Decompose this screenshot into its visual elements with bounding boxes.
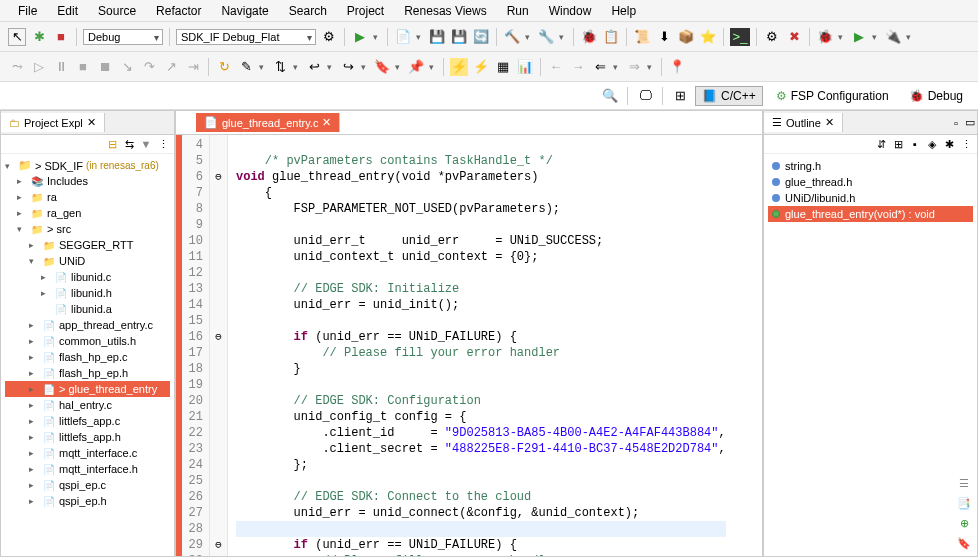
restart-icon[interactable]: ↻ [215,58,233,76]
sort-icon[interactable]: ⇵ [874,137,888,151]
disconnect-icon[interactable]: ⏹ [96,58,114,76]
code-editor[interactable]: 4567891011121314151617181920212223242526… [176,135,762,556]
back2-icon[interactable]: ← [547,58,565,76]
min-icon[interactable]: ▫ [949,116,963,130]
outline-list[interactable]: string.hglue_thread.hUNiD/libunid.hglue_… [764,154,977,226]
flash1-icon[interactable]: ⚡ [450,58,468,76]
mem-icon[interactable]: ▦ [494,58,512,76]
tree-item[interactable]: ▸📚Includes [5,173,170,189]
perspective-debug[interactable]: 🐞Debug [902,86,970,106]
tree-item[interactable]: ▾📁UNiD [5,253,170,269]
bookmark-icon[interactable]: 🔖 [373,58,391,76]
fwd2-icon[interactable]: → [569,58,587,76]
menu-help[interactable]: Help [601,2,646,19]
terminal-icon[interactable]: >_ [730,28,750,46]
stop-icon[interactable]: ■ [52,28,70,46]
script-icon[interactable]: 📜 [633,28,651,46]
ext-icon[interactable]: 🔌 [884,28,902,46]
menu-window[interactable]: Window [539,2,602,19]
opt-icon[interactable]: ✱ [942,137,956,151]
stop2-icon[interactable]: ■ [74,58,92,76]
tree-item[interactable]: ▸📄hal_entry.c [5,397,170,413]
console-icon[interactable]: 🖵 [636,87,654,105]
link-icon[interactable]: ⇆ [122,137,136,151]
refresh-icon[interactable]: 🔄 [472,28,490,46]
tree-item[interactable]: ▸📁SEGGER_RTT [5,237,170,253]
sort-icon[interactable]: ⇅ [271,58,289,76]
menu-edit[interactable]: Edit [47,2,88,19]
tree-item[interactable]: ▸📄littlefs_app.c [5,413,170,429]
menu2-icon[interactable]: ⋮ [959,137,973,151]
back3-icon[interactable]: ⇐ [591,58,609,76]
fwd3-icon[interactable]: ⇒ [625,58,643,76]
close-icon[interactable]: ✕ [322,116,331,129]
outline-item[interactable]: string.h [768,158,973,174]
side-icon-4[interactable]: 🔖 [957,536,971,550]
tree-item[interactable]: ▸📄libunid.c [5,269,170,285]
tree-item[interactable]: ▸📄libunid.h [5,285,170,301]
menu-refactor[interactable]: Refactor [146,2,211,19]
menu-project[interactable]: Project [337,2,394,19]
tree-item[interactable]: ▸📁ra_gen [5,205,170,221]
gear-icon[interactable]: ⚙ [320,28,338,46]
menu-icon[interactable]: ⋮ [156,137,170,151]
stepover-icon[interactable]: ↷ [140,58,158,76]
prev-icon[interactable]: ↩ [305,58,323,76]
side-icon-1[interactable]: ☰ [957,476,971,490]
tool-icon[interactable]: ✖ [785,28,803,46]
pin-icon[interactable]: 📍 [668,58,686,76]
outline-item[interactable]: glue_thread.h [768,174,973,190]
editor-tab[interactable]: 📄 glue_thread_entry.c ✕ [196,113,340,132]
collapse-icon[interactable]: ⊟ [105,137,119,151]
tree-item[interactable]: ▸📄common_utils.h [5,333,170,349]
perspective-fsp[interactable]: ⚙FSP Configuration [769,86,896,106]
wrench-icon[interactable]: 🔧 [537,28,555,46]
tree-item[interactable]: ▸📄flash_hp_ep.h [5,365,170,381]
project-tree[interactable]: ▾📁 > SDK_IF (in renesas_ra6) ▸📚Includes▸… [1,154,174,513]
launch-combo[interactable]: SDK_IF Debug_Flat [176,29,316,45]
side-icon-3[interactable]: ⊕ [957,516,971,530]
download-icon[interactable]: ⬇ [655,28,673,46]
outline-tab[interactable]: ☰ Outline ✕ [764,113,843,132]
next-icon[interactable]: ↪ [339,58,357,76]
menu-source[interactable]: Source [88,2,146,19]
tree-root[interactable]: ▾📁 > SDK_IF (in renesas_ra6) [5,158,170,173]
tree-item[interactable]: ▸📁ra [5,189,170,205]
package-icon[interactable]: 📦 [677,28,695,46]
side-icon-2[interactable]: 📑 [957,496,971,510]
outline-item[interactable]: glue_thread_entry(void*) : void [768,206,973,222]
bug-icon[interactable]: ✱ [30,28,48,46]
close-icon[interactable]: ✕ [87,116,96,129]
tree-item[interactable]: ▸📄flash_hp_ep.c [5,349,170,365]
new-icon[interactable]: 📄 [394,28,412,46]
fold-gutter[interactable]: ⊖ ⊖ ⊖ [210,135,228,556]
project-explorer-tab[interactable]: 🗀 Project Expl ✕ [1,113,105,132]
save-icon[interactable]: 💾 [428,28,446,46]
menu-run[interactable]: Run [497,2,539,19]
pencil-icon[interactable]: ✎ [237,58,255,76]
tree-item[interactable]: ▸📄qspi_ep.c [5,477,170,493]
tree-item[interactable]: ▸📄mqtt_interface.h [5,461,170,477]
run2-icon[interactable]: ▶ [850,28,868,46]
outline-item[interactable]: UNiD/libunid.h [768,190,973,206]
perspective-cpp[interactable]: 📘C/C++ [695,86,763,106]
tree-item[interactable]: ▸📄littlefs_app.h [5,429,170,445]
tree-item[interactable]: 📄libunid.a [5,301,170,317]
instr-icon[interactable]: ⇥ [184,58,202,76]
resume2-icon[interactable]: ▷ [30,58,48,76]
pause-icon[interactable]: ⏸ [52,58,70,76]
build-icon[interactable]: 🔨 [503,28,521,46]
tree-item[interactable]: ▸📄qspi_ep.h [5,493,170,509]
menu-renesas-views[interactable]: Renesas Views [394,2,497,19]
menu-navigate[interactable]: Navigate [211,2,278,19]
bug2-icon[interactable]: 🐞 [816,28,834,46]
resume-icon[interactable]: ↖ [8,28,26,46]
group-icon[interactable]: ◈ [925,137,939,151]
run-icon[interactable]: ▶ [351,28,369,46]
skip-icon[interactable]: ⤳ [8,58,26,76]
filter2-icon[interactable]: ⊞ [891,137,905,151]
tree-item[interactable]: ▾📁> src [5,221,170,237]
menu-file[interactable]: File [8,2,47,19]
flash2-icon[interactable]: ⚡ [472,58,490,76]
filter-icon[interactable]: ▼ [139,137,153,151]
